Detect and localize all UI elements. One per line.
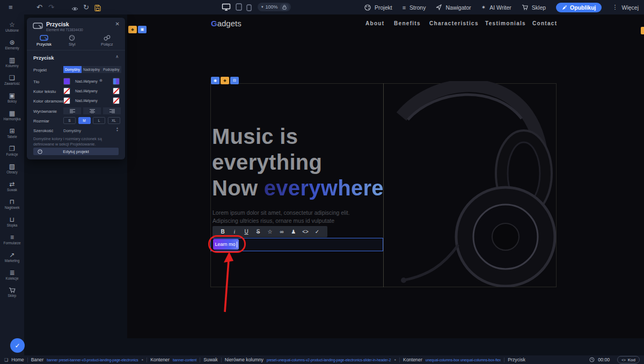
person-icon[interactable]: ♟	[288, 229, 299, 235]
slider-settings-badge[interactable]: ▣	[138, 26, 147, 33]
phone-view-icon[interactable]	[246, 4, 252, 13]
size-xl-button[interactable]: XL	[108, 117, 120, 124]
crumb-kontener-1-classes[interactable]: banner-content	[173, 358, 196, 362]
sidebar-item-harmonijka[interactable]: ▦Harmonijka	[0, 106, 24, 124]
desktop-view-icon[interactable]	[222, 3, 231, 13]
size-s-button[interactable]: S	[63, 117, 76, 124]
check-icon[interactable]: ✓	[311, 229, 323, 235]
refresh-icon[interactable]: ↻	[83, 0, 89, 14]
link-state-icon[interactable]: ⊕	[99, 78, 103, 83]
sidebar-item-obrazy[interactable]: ▧Obrazy	[0, 159, 24, 177]
close-icon[interactable]: ✕	[115, 21, 120, 27]
code-icon[interactable]: <>	[299, 229, 311, 235]
collapse-chevron-icon[interactable]: ∧	[115, 54, 119, 59]
option-nadrzedny[interactable]: Nadrzędny	[82, 66, 101, 73]
sidebar-item-funkcje[interactable]: ❐Funkcje	[0, 142, 24, 159]
sidebar-item-zawartosc[interactable]: ❏Zawartość	[0, 71, 24, 89]
bold-icon[interactable]: B	[217, 229, 229, 235]
nav-testimonials[interactable]: Testimonials	[485, 20, 526, 26]
column-drag-badge[interactable]: ◆	[221, 77, 229, 84]
crumb-baner-classes[interactable]: banner preset-banner-v3-product-landing-…	[47, 358, 138, 362]
sidebar-item-kolumny[interactable]: ▥Kolumny	[0, 53, 24, 71]
sidebar-item-kolekcje[interactable]: ≣Kolekcje	[0, 266, 24, 283]
align-left-button[interactable]	[63, 107, 81, 114]
menu-nawigator[interactable]: Nawigator	[436, 4, 471, 11]
size-l-button[interactable]: L	[93, 117, 105, 124]
hamburger-menu-icon[interactable]: ≡	[9, 0, 13, 14]
support-check-button[interactable]: ✓	[10, 338, 25, 353]
nav-contact[interactable]: Contact	[532, 20, 557, 26]
sidebar-item-ulubione[interactable]: ☆Ulubione	[0, 18, 24, 35]
sidebar-item-sklep[interactable]: Sklep	[0, 283, 24, 301]
save-icon[interactable]	[94, 4, 101, 13]
menu-wiecej[interactable]: ⋮ Więcej	[612, 4, 639, 11]
tablet-view-icon[interactable]	[236, 3, 242, 13]
sidebar-item-naglowek[interactable]: ⊓Nagłówek	[0, 195, 24, 213]
sidebar-item-suwak[interactable]: ⇄Suwak	[0, 177, 24, 195]
hero-paragraph[interactable]: Lorem ipsum dolor sit amet, consectetur …	[213, 209, 379, 224]
rozmiar-label: Rozmiar	[33, 119, 49, 123]
crumb-nierowne-kolumny-classes[interactable]: preset-unequal-columns-v2-product-landin…	[267, 358, 391, 362]
menu-ai-writer[interactable]: ✶ AI Writer	[481, 4, 511, 11]
undo-icon[interactable]: ↶	[36, 0, 42, 14]
option-podrzedny[interactable]: Podrzędny	[101, 66, 121, 73]
tab-polacz[interactable]: Połącz	[101, 35, 113, 47]
crumb-suwak[interactable]: Suwak	[203, 357, 217, 362]
crumb-kontener-1[interactable]: Kontener	[150, 357, 170, 362]
code-toggle-button[interactable]: <> Kod	[617, 356, 640, 363]
size-m-button[interactable]: M	[78, 117, 91, 124]
zoom-control[interactable]: ▾ 100%	[258, 3, 291, 11]
clipped-badge[interactable]	[641, 27, 644, 34]
background-color-swatch[interactable]	[63, 78, 70, 85]
nav-characteristics[interactable]: Characteristics	[429, 20, 479, 26]
edit-design-button[interactable]: Edytuj projekt	[33, 148, 119, 155]
menu-strony[interactable]: ≡ Strony	[402, 4, 426, 11]
sidebar-item-stopka[interactable]: ⊔Stopka	[0, 213, 24, 230]
szerokosc-value[interactable]: Domyślny	[63, 128, 81, 133]
background-active-swatch[interactable]	[113, 78, 120, 85]
publish-button[interactable]: Opublikuj	[556, 3, 602, 12]
crumb-kontener-2-classes[interactable]: unequal-columns-box unequal-columns-box-…	[426, 358, 501, 362]
strikethrough-icon[interactable]: S	[252, 229, 264, 235]
hero-heading[interactable]: Music is everything Now everywhere	[212, 123, 384, 201]
sidebar-item-tabele[interactable]: ⊞Tabele	[0, 124, 24, 142]
italic-icon[interactable]: i	[229, 229, 240, 235]
lock-zoom-icon[interactable]	[280, 4, 289, 11]
underline-icon[interactable]: U	[240, 229, 252, 235]
slider-preset-badge[interactable]: ◆	[128, 26, 137, 33]
align-right-button[interactable]	[103, 107, 121, 114]
sidebar-item-formularze[interactable]: ≡Formularze	[0, 230, 24, 248]
crumb-nierowne-kolumny[interactable]: Nierówne kolumny	[225, 357, 264, 362]
menu-sklep[interactable]: Sklep	[522, 4, 546, 11]
border-active-swatch[interactable]	[113, 97, 120, 104]
sidebar-item-boksy[interactable]: ▣Boksy	[0, 89, 24, 106]
tab-przycisk[interactable]: Przycisk	[36, 35, 52, 47]
redo-icon[interactable]: ↷	[48, 0, 54, 14]
star-icon[interactable]: ☆	[264, 229, 276, 235]
sidebar-item-marketing[interactable]: ↗Marketing	[0, 248, 24, 266]
column-visibility-badge[interactable]: ◉	[211, 77, 219, 84]
sidebar-item-elementy[interactable]: ⊛Elementy	[0, 35, 24, 53]
link-icon[interactable]: ∞	[276, 229, 288, 235]
wyrownanie-label: Wyrównanie	[33, 109, 57, 114]
preview-eye-icon[interactable]	[71, 4, 78, 14]
crumb-home[interactable]: Home	[11, 357, 24, 362]
site-canvas[interactable]: ◆ ▣ Gadgets About Benefits Characteristi…	[127, 14, 644, 338]
align-center-button[interactable]	[83, 107, 101, 114]
tab-styl[interactable]: Styl	[69, 35, 76, 47]
crumb-kontener-2[interactable]: Kontener	[403, 357, 422, 362]
text-color-swatch[interactable]	[63, 88, 70, 94]
text-active-swatch[interactable]	[113, 88, 120, 94]
forms-icon: ≡	[10, 234, 14, 241]
column-settings-badge[interactable]: ⊟	[230, 77, 239, 84]
sparkles-icon: ✶	[481, 4, 486, 10]
option-domyslny[interactable]: Domyślny	[63, 66, 82, 73]
crumb-baner[interactable]: Baner	[31, 357, 43, 362]
nav-benefits[interactable]: Benefits	[394, 20, 421, 26]
menu-projekt[interactable]: Projekt	[364, 4, 392, 11]
border-color-swatch[interactable]	[63, 97, 70, 104]
stepper-icon[interactable]: ▲▼	[116, 127, 119, 132]
palette-icon	[69, 35, 75, 41]
nav-about[interactable]: About	[365, 20, 384, 26]
crumb-przycisk[interactable]: Przycisk	[508, 357, 525, 362]
